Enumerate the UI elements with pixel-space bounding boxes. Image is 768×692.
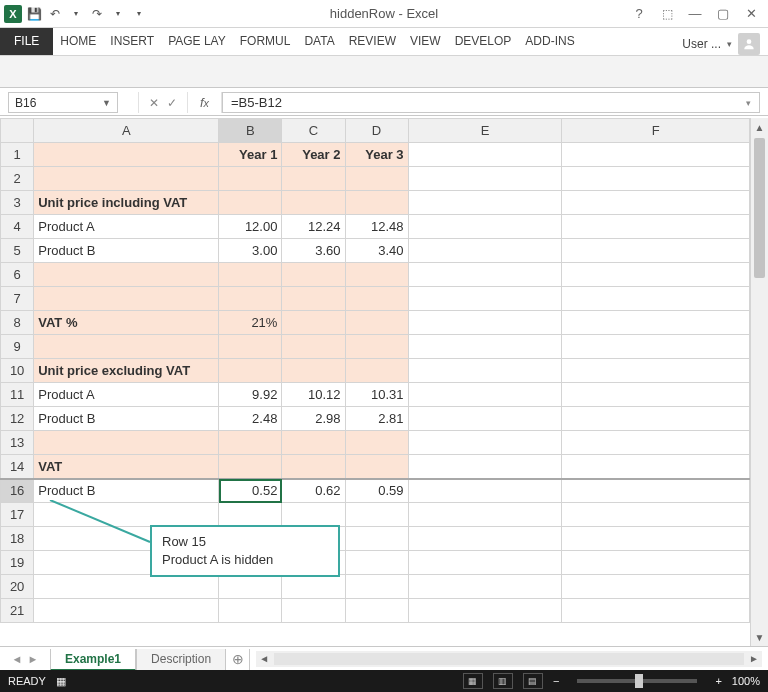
worksheet-grid[interactable]: A B C D E F 1 Year 1 Year 2 Year 3 2 3 U…: [0, 118, 750, 646]
tab-nav-prev-icon[interactable]: ◄: [10, 653, 24, 665]
row-header[interactable]: 4: [1, 215, 34, 239]
cell[interactable]: 3.00: [219, 239, 282, 263]
cell[interactable]: 2.48: [219, 407, 282, 431]
vertical-scrollbar[interactable]: ▲ ▼: [750, 118, 768, 646]
row-header[interactable]: 11: [1, 383, 34, 407]
tab-nav[interactable]: ◄ ►: [0, 653, 50, 665]
avatar-icon[interactable]: [738, 33, 760, 55]
cell[interactable]: 21%: [219, 311, 282, 335]
cell[interactable]: Product B: [34, 239, 219, 263]
view-pagebreak-icon[interactable]: ▤: [523, 673, 543, 689]
horizontal-scrollbar[interactable]: ◄ ►: [256, 651, 762, 667]
tab-data[interactable]: DATA: [297, 27, 341, 55]
col-header-D[interactable]: D: [345, 119, 408, 143]
row-header[interactable]: 6: [1, 263, 34, 287]
cell[interactable]: 12.24: [282, 215, 345, 239]
cell[interactable]: Product B: [34, 479, 219, 503]
sheet-tab-description[interactable]: Description: [136, 649, 226, 671]
enter-formula-icon[interactable]: ✓: [164, 96, 180, 110]
cell[interactable]: 12.48: [345, 215, 408, 239]
col-header-A[interactable]: A: [34, 119, 219, 143]
select-all-corner[interactable]: [1, 119, 34, 143]
help-icon[interactable]: ?: [626, 4, 652, 24]
cell[interactable]: VAT: [34, 455, 219, 479]
scrollbar-thumb[interactable]: [754, 138, 765, 278]
cell[interactable]: 2.98: [282, 407, 345, 431]
row-header[interactable]: 7: [1, 287, 34, 311]
zoom-slider[interactable]: [577, 679, 697, 683]
cancel-formula-icon[interactable]: ✕: [146, 96, 162, 110]
col-header-C[interactable]: C: [282, 119, 345, 143]
tab-pagelayout[interactable]: PAGE LAY: [161, 27, 233, 55]
tab-home[interactable]: HOME: [53, 27, 103, 55]
cell[interactable]: 2.81: [345, 407, 408, 431]
row-header[interactable]: 1: [1, 143, 34, 167]
row-header[interactable]: 9: [1, 335, 34, 359]
row-header[interactable]: 14: [1, 455, 34, 479]
scroll-up-icon[interactable]: ▲: [751, 118, 768, 136]
tab-nav-next-icon[interactable]: ►: [26, 653, 40, 665]
row-header[interactable]: 21: [1, 599, 34, 623]
view-pagelayout-icon[interactable]: ▥: [493, 673, 513, 689]
undo-dropdown-icon[interactable]: ▾: [67, 5, 85, 23]
row-header[interactable]: 16: [1, 479, 34, 503]
cell[interactable]: 12.00: [219, 215, 282, 239]
sheet-tab-example1[interactable]: Example1: [50, 649, 136, 671]
cell[interactable]: Unit price excluding VAT: [34, 359, 219, 383]
row-header[interactable]: 3: [1, 191, 34, 215]
cell[interactable]: Year 2: [282, 143, 345, 167]
add-sheet-icon[interactable]: ⊕: [226, 649, 250, 671]
tab-view[interactable]: VIEW: [403, 27, 448, 55]
col-header-E[interactable]: E: [408, 119, 562, 143]
formula-input[interactable]: =B5-B12 ▾: [222, 92, 760, 113]
minimize-icon[interactable]: —: [682, 4, 708, 24]
cell[interactable]: Product A: [34, 383, 219, 407]
user-label[interactable]: User ...: [682, 37, 721, 51]
redo-dropdown-icon[interactable]: ▾: [109, 5, 127, 23]
row-header[interactable]: 19: [1, 551, 34, 575]
col-header-B[interactable]: B: [219, 119, 282, 143]
cell[interactable]: Unit price including VAT: [34, 191, 219, 215]
maximize-icon[interactable]: ▢: [710, 4, 736, 24]
qat-customize-icon[interactable]: ▾: [130, 5, 148, 23]
name-box[interactable]: B16 ▼: [8, 92, 118, 113]
user-dropdown-icon[interactable]: ▾: [727, 39, 732, 49]
cell[interactable]: VAT %: [34, 311, 219, 335]
active-cell-B16[interactable]: 0.52: [219, 479, 282, 503]
view-normal-icon[interactable]: ▦: [463, 673, 483, 689]
zoom-level[interactable]: 100%: [732, 675, 760, 687]
row-header[interactable]: 20: [1, 575, 34, 599]
undo-icon[interactable]: ↶: [46, 5, 64, 23]
col-header-F[interactable]: F: [562, 119, 750, 143]
row-header[interactable]: 10: [1, 359, 34, 383]
close-icon[interactable]: ✕: [738, 4, 764, 24]
cell[interactable]: 9.92: [219, 383, 282, 407]
tab-review[interactable]: REVIEW: [342, 27, 403, 55]
formula-expand-icon[interactable]: ▾: [746, 98, 751, 108]
name-box-dropdown-icon[interactable]: ▼: [102, 98, 111, 108]
row-header[interactable]: 5: [1, 239, 34, 263]
tab-addins[interactable]: ADD-INS: [518, 27, 581, 55]
cell[interactable]: Year 1: [219, 143, 282, 167]
row-header[interactable]: 8: [1, 311, 34, 335]
row-header[interactable]: 17: [1, 503, 34, 527]
scroll-down-icon[interactable]: ▼: [751, 628, 768, 646]
scroll-left-icon[interactable]: ◄: [256, 651, 272, 667]
tab-developer[interactable]: DEVELOP: [448, 27, 519, 55]
zoom-out-icon[interactable]: −: [553, 675, 559, 687]
save-icon[interactable]: 💾: [25, 5, 43, 23]
cell[interactable]: Product B: [34, 407, 219, 431]
redo-icon[interactable]: ↷: [88, 5, 106, 23]
cell[interactable]: 3.60: [282, 239, 345, 263]
cell[interactable]: 10.31: [345, 383, 408, 407]
ribbon-display-icon[interactable]: ⬚: [654, 4, 680, 24]
cell[interactable]: Product A: [34, 215, 219, 239]
row-header[interactable]: 13: [1, 431, 34, 455]
row-header[interactable]: 18: [1, 527, 34, 551]
cell[interactable]: 0.59: [345, 479, 408, 503]
cell[interactable]: 10.12: [282, 383, 345, 407]
zoom-in-icon[interactable]: +: [715, 675, 721, 687]
cell[interactable]: 0.62: [282, 479, 345, 503]
cell[interactable]: 3.40: [345, 239, 408, 263]
tab-insert[interactable]: INSERT: [103, 27, 161, 55]
